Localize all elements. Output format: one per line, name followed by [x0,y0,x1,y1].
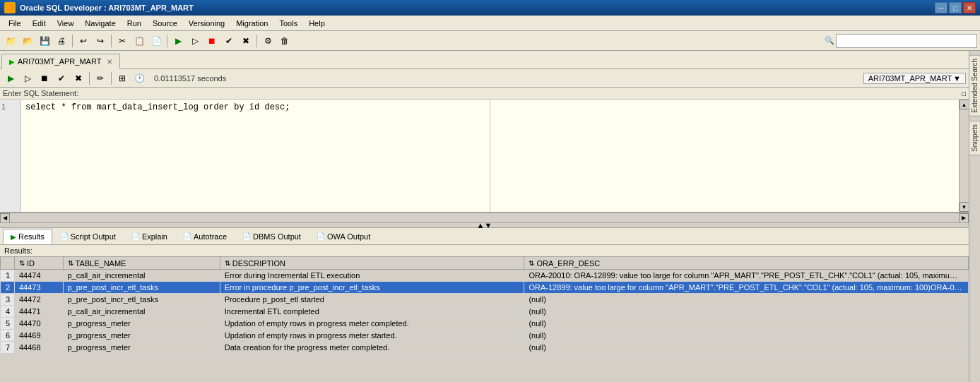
results-section: ▶Results📄Script Output📄Explain📄Autotrace… [0,228,969,382]
tab-small-icon: 📄 [60,232,69,240]
cell-ora_err_desc: (null) [524,305,969,317]
toolbar-separator-2 [111,35,112,47]
format-button[interactable]: ⚙ [260,33,276,49]
cell-id: 44469 [15,329,64,341]
run-script-button[interactable]: ▷ [187,33,203,49]
scroll-down-arrow[interactable]: ▼ [960,202,969,212]
clear-button[interactable]: 🗑 [277,33,293,49]
commit-button[interactable]: ✔ [221,33,237,49]
undo-button[interactable]: ↩ [76,33,91,49]
table-row[interactable]: 344472p_pre_post_incr_etl_tasksProcedure… [1,293,969,305]
sql-format-btn[interactable]: ⊞ [114,71,130,86]
cell-description: Error during Incremental ETL execution [220,269,524,281]
snippets-label[interactable]: Snippets [969,121,980,155]
window-controls: ─ □ ✕ [935,2,976,13]
menu-item-edit[interactable]: Edit [27,18,52,29]
result-tab-script-output[interactable]: 📄Script Output [52,229,124,244]
connection-dropdown-icon[interactable]: ▼ [953,74,961,83]
table-row[interactable]: 644469p_progress_meterUpdation of empty … [1,329,969,341]
maximize-button[interactable]: □ [949,2,962,13]
row-number: 1 [1,269,15,281]
tab-bar: ▶ARI703MT_APR_MART✕ [0,51,969,69]
paste-button[interactable]: 📄 [148,33,164,49]
result-tab-label: OWA Output [327,232,370,241]
save-button[interactable]: 💾 [37,33,52,49]
col-label: TABLE_NAME [76,259,126,268]
toolbar-separator-3 [167,35,167,47]
connection-selector[interactable]: ARI703MT_APR_MART ▼ [863,73,966,84]
cell-id: 44472 [15,293,64,305]
sql-commit-btn[interactable]: ✔ [54,71,69,86]
scroll-left-arrow[interactable]: ◀ [0,213,10,223]
col-header-ora_err_desc[interactable]: ⇅ ORA_ERR_DESC [524,257,969,270]
scroll-up-arrow[interactable]: ▲ [960,100,969,109]
menu-item-migration[interactable]: Migration [230,18,273,29]
row-number: 3 [1,293,15,305]
sql-edit-btn[interactable]: ✏ [93,71,108,86]
table-row[interactable]: 144474p_call_air_incrementalError during… [1,269,969,281]
result-tab-dbms-output[interactable]: 📄DBMS Output [235,229,309,244]
scroll-right-arrow[interactable]: ▶ [959,213,969,223]
table-row[interactable]: 244473p_pre_post_incr_etl_tasksError in … [1,281,969,293]
extended-search-label[interactable]: Extended Search [969,55,980,117]
col-header-description[interactable]: ⇅ DESCRIPTION [220,257,524,270]
sql-history-btn[interactable]: 🕐 [131,71,147,86]
tab-icon: ▶ [9,58,15,66]
menu-item-tools[interactable]: Tools [273,18,303,29]
sql-rollback-btn[interactable]: ✖ [71,71,86,86]
cell-description: Error in procedure p_pre_post_incr_etl_t… [220,281,524,293]
sql-stop-button[interactable]: ⏹ [37,71,52,86]
results-table-wrapper[interactable]: ⇅ ID⇅ TABLE_NAME⇅ DESCRIPTION⇅ ORA_ERR_D… [0,256,969,382]
col-header-table_name[interactable]: ⇅ TABLE_NAME [63,257,220,270]
sql-run-all-button[interactable]: ▷ [20,71,35,86]
sql-expand-button[interactable]: □ [962,90,966,97]
cell-table_name: p_progress_meter [63,341,220,353]
minimize-button[interactable]: ─ [935,2,947,13]
redo-button[interactable]: ↪ [93,33,108,49]
rollback-button[interactable]: ✖ [238,33,254,49]
cell-id: 44468 [15,341,64,353]
table-row[interactable]: 544470p_progress_meterUpdation of empty … [1,317,969,329]
copy-button[interactable]: 📋 [131,33,147,49]
search-input[interactable] [836,34,977,48]
stop-button[interactable]: ⏹ [204,33,220,49]
menu-item-run[interactable]: Run [122,18,147,29]
menu-item-versioning[interactable]: Versioning [183,18,230,29]
cell-ora_err_desc: ORA-20010: ORA-12899: value too large fo… [524,269,969,281]
result-tab-results[interactable]: ▶Results [3,229,52,244]
splitter[interactable]: ▲▼ [0,222,969,228]
tab-label: ARI703MT_APR_MART [18,57,101,66]
tab-close-icon[interactable]: ✕ [107,58,112,66]
result-tab-owa-output[interactable]: 📄OWA Output [309,229,378,244]
open-button[interactable]: 📂 [20,33,35,49]
cell-table_name: p_progress_meter [63,329,220,341]
menu-item-view[interactable]: View [52,18,80,29]
menu-item-file[interactable]: File [3,18,27,29]
app-icon: 🔶 [4,2,16,13]
sql-input-pane[interactable]: select * from mart_data_insert_log order… [21,100,490,212]
cut-button[interactable]: ✂ [114,33,130,49]
menu-item-navigate[interactable]: Navigate [79,18,121,29]
main-area: ▶ARI703MT_APR_MART✕ ▶ ▷ ⏹ ✔ ✖ ✏ ⊞ 🕐 0.01… [0,51,980,382]
table-row[interactable]: 444471p_call_air_incrementalIncremental … [1,305,969,317]
result-tab-explain[interactable]: 📄Explain [124,229,175,244]
result-tab-label: Script Output [71,232,116,241]
new-button[interactable]: 📁 [3,33,18,49]
toolbar: 📁 📂 💾 🖨 ↩ ↪ ✂ 📋 📄 ▶ ▷ ⏹ ✔ ✖ ⚙ 🗑 🔍 [0,31,980,51]
result-tab-autotrace[interactable]: 📄Autotrace [175,229,235,244]
tab-ari703mt-apr-mart[interactable]: ▶ARI703MT_APR_MART✕ [1,54,120,69]
cell-table_name: p_pre_post_incr_etl_tasks [63,281,220,293]
sql-scrollbar-v[interactable]: ▲ ▼ [959,100,969,212]
table-row[interactable]: 744468p_progress_meterData creation for … [1,341,969,353]
print-button[interactable]: 🖨 [54,33,69,49]
col-header-id[interactable]: ⇅ ID [15,257,64,270]
menu-item-help[interactable]: Help [303,18,331,29]
cell-description: Updation of empty rows in progress meter… [220,329,524,341]
run-button[interactable]: ▶ [170,33,186,49]
results-icon: ▶ [11,233,16,241]
close-button[interactable]: ✕ [963,2,976,13]
sql-run-button[interactable]: ▶ [3,71,18,86]
col-sort-icon: ⇅ [529,259,534,267]
menu-item-source[interactable]: Source [147,18,183,29]
timing-display: 0.01113517 seconds [154,74,226,83]
